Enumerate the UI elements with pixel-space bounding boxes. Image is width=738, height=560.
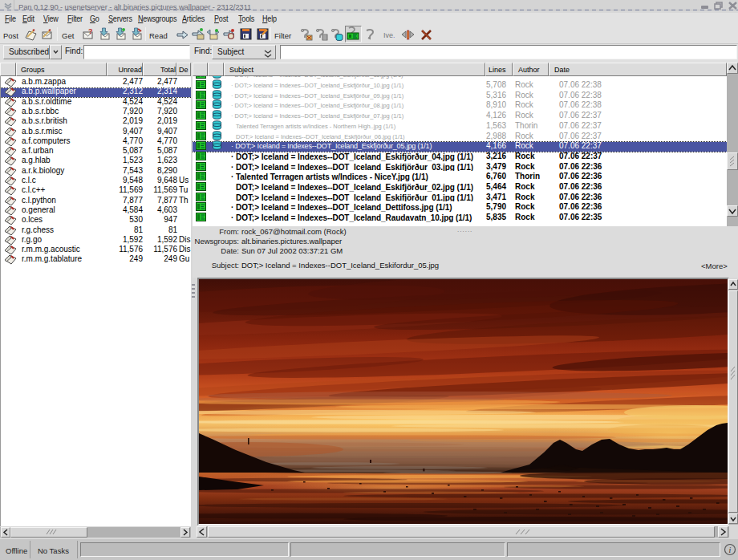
svg-text:i: i (729, 546, 732, 554)
svg-text:?: ? (88, 27, 93, 35)
